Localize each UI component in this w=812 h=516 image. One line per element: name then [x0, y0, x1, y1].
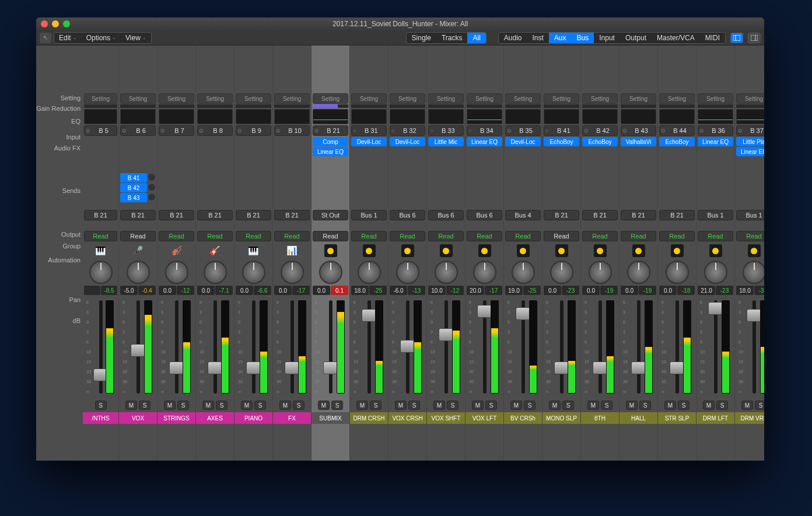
automation-mode[interactable]: Read	[659, 231, 695, 241]
output-slot[interactable]: Bus 6	[467, 210, 502, 220]
send-slot[interactable]: B 41	[120, 173, 156, 182]
track-name[interactable]: PIANO	[235, 412, 272, 424]
channel-strip[interactable]: Setting⊙B 7B 21Read🎻0.0-126303610152030∞…	[158, 45, 196, 461]
track-name[interactable]: 8TH	[581, 412, 619, 424]
eq-thumbnail[interactable]	[84, 109, 117, 124]
output-slot[interactable]: Bus 1	[698, 210, 733, 220]
setting-button[interactable]: Setting	[236, 93, 271, 104]
fader[interactable]	[752, 300, 756, 394]
eq-thumbnail[interactable]	[120, 109, 156, 124]
output-slot[interactable]: B 21	[159, 210, 194, 220]
output-slot[interactable]: St Out	[313, 210, 348, 220]
setting-button[interactable]: Setting	[544, 93, 579, 104]
channel-strip[interactable]: Setting⊙B 43ValhallaViB 21Read0.0-196303…	[620, 45, 658, 461]
db-readout[interactable]: 21.0-23	[698, 286, 733, 295]
solo-button[interactable]: S	[524, 401, 536, 410]
track-icon[interactable]	[351, 243, 387, 258]
fader[interactable]	[290, 300, 294, 394]
filter-input[interactable]: Input	[594, 33, 620, 43]
input-slot[interactable]: ⊙B 21	[313, 125, 348, 136]
audio-fx-slot[interactable]: EchoBoy	[582, 137, 618, 146]
track-icon[interactable]	[621, 243, 656, 258]
input-slot[interactable]: ⊙B 5	[84, 125, 117, 136]
fader[interactable]	[368, 300, 371, 394]
track-name[interactable]: DRM VRB	[735, 412, 764, 424]
channel-strip[interactable]: Setting⊙B 10B 21Read📊0.0-176303610152030…	[273, 45, 312, 461]
pan-knob[interactable]	[358, 261, 381, 284]
input-slot[interactable]: ⊙B 43	[621, 125, 656, 136]
filter-inst[interactable]: Inst	[527, 33, 549, 43]
track-icon[interactable]	[313, 243, 348, 258]
toggle-wide-icon[interactable]	[730, 33, 743, 43]
input-slot[interactable]: ⊙B 7	[159, 125, 194, 136]
db-readout[interactable]: 0.0-19	[582, 286, 618, 295]
input-slot[interactable]: ⊙B 36	[698, 125, 733, 136]
solo-button[interactable]: S	[331, 401, 343, 410]
fader-cap[interactable]	[169, 361, 184, 374]
channel-strip[interactable]: Setting⊙B 35Devil-LocBus 4Read19.0-25630…	[504, 45, 542, 461]
automation-mode[interactable]: Read	[582, 231, 618, 241]
fader-cap[interactable]	[323, 361, 338, 374]
fader[interactable]	[99, 300, 103, 394]
db-readout[interactable]: 0.0-19	[621, 286, 656, 295]
channel-strip[interactable]: Setting○B 34Linear EQBus 6Read20.0-17630…	[466, 45, 504, 461]
channel-strip[interactable]: Setting⊙B 6B 41B 42B 43B 21Read🎤-5.0-0.4…	[119, 45, 158, 461]
input-slot[interactable]: ○B 34	[467, 125, 502, 136]
setting-button[interactable]: Setting	[698, 93, 733, 104]
solo-button[interactable]: S	[678, 401, 690, 410]
track-icon[interactable]	[544, 243, 579, 258]
audio-fx-slot[interactable]: EchoBoy	[659, 137, 695, 146]
db-readout[interactable]: 19.0-25	[505, 286, 541, 295]
eq-thumbnail[interactable]	[582, 109, 618, 124]
audio-fx-slot[interactable]: Linear EQ	[736, 147, 764, 156]
pan-knob[interactable]	[473, 261, 496, 284]
db-readout[interactable]: 0.0-12	[159, 286, 194, 295]
track-icon[interactable]: 🎹	[84, 243, 117, 258]
solo-button[interactable]: S	[601, 401, 612, 410]
output-slot[interactable]: B 21	[120, 210, 156, 220]
send-slot[interactable]: B 43	[120, 193, 156, 202]
solo-button[interactable]: S	[293, 401, 304, 410]
channel-strip[interactable]: Setting⊙B 8B 21Read🎸0.0-7.16303610152030…	[196, 45, 235, 461]
db-readout[interactable]: 18.0-25	[351, 286, 387, 295]
menu-edit[interactable]: Edit⌄	[54, 33, 82, 43]
input-slot[interactable]: ⊙B 44	[659, 125, 695, 136]
automation-mode[interactable]: Read	[390, 231, 425, 241]
track-name[interactable]: HALL	[620, 412, 657, 424]
input-slot[interactable]: ⊙B 10	[274, 125, 310, 136]
automation-mode[interactable]: Read	[736, 231, 764, 241]
solo-button[interactable]: S	[485, 401, 497, 410]
eq-thumbnail[interactable]	[544, 109, 579, 124]
automation-mode[interactable]: Read	[236, 231, 271, 241]
eq-thumbnail[interactable]	[236, 109, 271, 124]
output-slot[interactable]: B 21	[274, 210, 310, 220]
setting-button[interactable]: Setting	[428, 93, 464, 104]
track-icon[interactable]	[390, 243, 425, 258]
fader[interactable]	[522, 300, 525, 394]
channel-strip[interactable]: Setting○B 33Little MicBus 6Read10.0-1263…	[427, 45, 466, 461]
track-name[interactable]: AXES	[196, 412, 234, 424]
fader[interactable]	[329, 300, 332, 394]
input-slot[interactable]: ⊙B 6	[120, 125, 156, 136]
setting-button[interactable]: Setting	[197, 93, 233, 104]
audio-fx-slot[interactable]: Little Mic	[428, 137, 464, 146]
pan-knob[interactable]	[666, 261, 689, 284]
channel-strip[interactable]: Setting⊙B 42EchoBoyB 21Read0.0-196303610…	[581, 45, 620, 461]
track-name[interactable]: SUBMIX	[312, 412, 349, 424]
setting-button[interactable]: Setting	[390, 93, 425, 104]
mute-button[interactable]: M	[664, 401, 676, 410]
setting-button[interactable]: Setting	[351, 93, 387, 104]
seg-all[interactable]: All	[467, 33, 485, 43]
automation-mode[interactable]: Read	[467, 231, 502, 241]
send-knob[interactable]	[148, 173, 156, 181]
pan-knob[interactable]	[204, 261, 227, 284]
track-name[interactable]: VOX SHFT	[427, 412, 465, 424]
filter-audio[interactable]: Audio	[499, 33, 527, 43]
output-slot[interactable]: B 21	[197, 210, 233, 220]
solo-button[interactable]: S	[755, 401, 764, 410]
channel-strip[interactable]: Setting⊙B 36Linear EQBus 1Read21.0-23630…	[696, 45, 735, 461]
audio-fx-slot[interactable]: EchoBoy	[544, 137, 579, 146]
mute-button[interactable]: M	[202, 401, 214, 410]
automation-mode[interactable]: Read	[428, 231, 464, 241]
setting-button[interactable]: Setting	[467, 93, 502, 104]
